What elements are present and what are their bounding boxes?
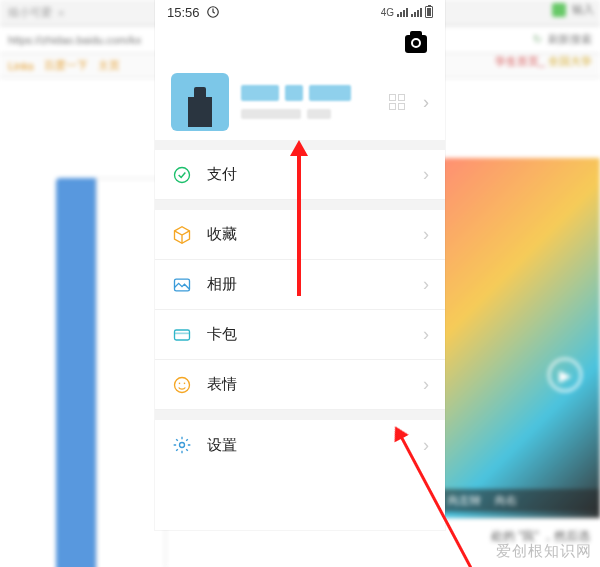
svg-rect-4 bbox=[175, 332, 190, 334]
svg-point-7 bbox=[184, 382, 186, 384]
bookmark-right-2: 全国大学 bbox=[548, 55, 592, 67]
emoji-icon bbox=[171, 374, 193, 396]
video-caption-left: 向左转 bbox=[448, 493, 481, 508]
status-dot-icon bbox=[552, 3, 566, 17]
profile-row[interactable]: › bbox=[155, 64, 445, 140]
chevron-right-icon: › bbox=[423, 374, 429, 395]
profile-id-blurred bbox=[241, 109, 377, 119]
bookmark-home: 主页 bbox=[98, 58, 120, 73]
refresh-label: 刷新搜索 bbox=[548, 32, 592, 47]
browser-tab-title: 炫小可爱 bbox=[8, 5, 52, 20]
battery-icon bbox=[425, 6, 433, 18]
signal-icon bbox=[397, 8, 408, 17]
album-icon bbox=[171, 274, 193, 296]
status-network-label: 4G bbox=[381, 7, 394, 18]
address-bar: https://zhidao.baidu.com/kx bbox=[8, 34, 141, 46]
menu-label: 卡包 bbox=[207, 325, 417, 344]
status-sync-icon bbox=[206, 5, 220, 19]
camera-icon[interactable] bbox=[405, 35, 427, 53]
menu-label: 支付 bbox=[207, 165, 417, 184]
chevron-right-icon: › bbox=[423, 274, 429, 295]
favorites-icon bbox=[171, 224, 193, 246]
signal-icon-2 bbox=[411, 8, 422, 17]
chevron-right-icon: › bbox=[423, 324, 429, 345]
menu-label: 设置 bbox=[207, 436, 417, 455]
bg-left-panel bbox=[56, 178, 96, 567]
pay-icon bbox=[171, 164, 193, 186]
svg-point-1 bbox=[175, 167, 190, 182]
play-icon: ▶ bbox=[548, 358, 582, 392]
bookmark-right-1: 学生首页_ bbox=[495, 55, 545, 67]
menu-label: 表情 bbox=[207, 375, 417, 394]
menu-label: 收藏 bbox=[207, 225, 417, 244]
chevron-right-icon: › bbox=[423, 92, 429, 113]
profile-name-blurred bbox=[241, 85, 377, 101]
svg-point-6 bbox=[179, 382, 181, 384]
svg-rect-3 bbox=[175, 330, 190, 340]
watermark: 爱创根知识网 bbox=[496, 542, 592, 561]
avatar bbox=[171, 73, 229, 131]
tab-close-icon: × bbox=[58, 7, 64, 19]
cards-icon bbox=[171, 324, 193, 346]
settings-icon bbox=[171, 434, 193, 456]
menu-item-cards[interactable]: 卡包 › bbox=[155, 310, 445, 360]
right-tab-hint: 输入 bbox=[572, 2, 594, 17]
chevron-right-icon: › bbox=[423, 435, 429, 456]
menu-label: 相册 bbox=[207, 275, 417, 294]
qr-icon[interactable] bbox=[389, 94, 405, 110]
chevron-right-icon: › bbox=[423, 164, 429, 185]
svg-point-8 bbox=[180, 443, 185, 448]
bookmark-baidu: 百度一下 bbox=[44, 58, 88, 73]
bookmark-links: Links bbox=[8, 60, 34, 72]
status-bar: 15:56 4G bbox=[155, 0, 445, 24]
status-time: 15:56 bbox=[167, 5, 200, 20]
svg-point-5 bbox=[175, 377, 190, 392]
bg-video-thumb: ▶ 向左转 向右 bbox=[440, 158, 600, 518]
chevron-right-icon: › bbox=[423, 224, 429, 245]
video-caption-right: 向右 bbox=[495, 493, 517, 508]
annotation-arrow-1 bbox=[290, 140, 308, 296]
menu-item-emoji[interactable]: 表情 › bbox=[155, 360, 445, 410]
